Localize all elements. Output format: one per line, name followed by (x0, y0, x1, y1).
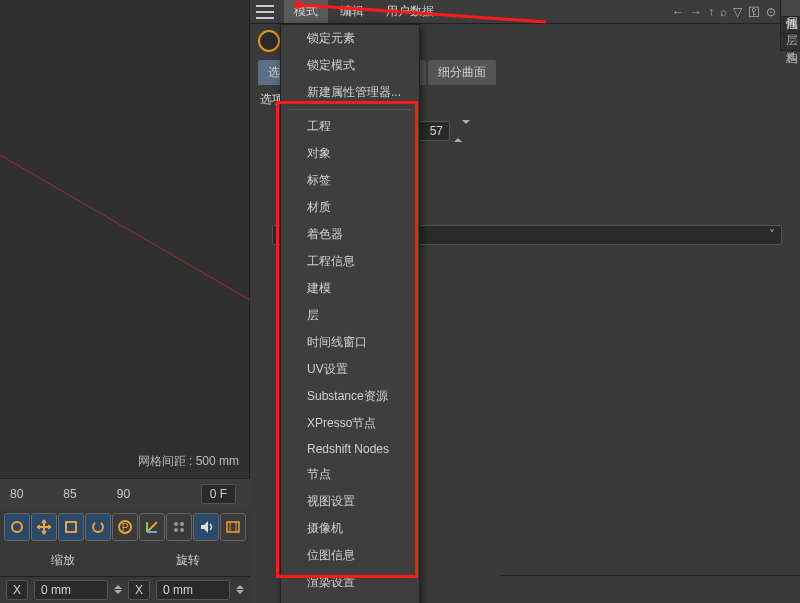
live-select-icon[interactable] (4, 513, 30, 541)
menu-camera[interactable]: 摄像机 (281, 515, 419, 542)
menu-edit[interactable]: 编辑 (330, 0, 374, 23)
funnel-icon[interactable]: ▽ (733, 5, 742, 19)
menu-uvset[interactable]: UV设置 (281, 356, 419, 383)
temperature-readout: 0 F (201, 484, 236, 504)
scale-label: 缩放 (51, 552, 75, 569)
back-arrow-icon[interactable]: ← (672, 5, 684, 19)
spinner-icon[interactable] (454, 124, 470, 138)
svg-point-11 (174, 528, 178, 532)
axis-selector[interactable]: X (128, 580, 150, 600)
menu-timeline[interactable]: 时间线窗口 (281, 329, 419, 356)
status-strip (500, 575, 800, 603)
menu-userdata[interactable]: 用户数据 (376, 0, 444, 23)
menu-substance[interactable]: Substance资源 (281, 383, 419, 410)
coord-value-0[interactable]: 0 mm (34, 580, 108, 600)
menu-tool[interactable]: 工具 (281, 596, 419, 603)
svg-rect-13 (227, 522, 239, 532)
svg-point-1 (12, 522, 22, 532)
target-icon[interactable]: ⊙ (766, 5, 776, 19)
svg-line-0 (0, 155, 250, 300)
viewport-canvas (0, 0, 250, 478)
dock-tab-structure[interactable]: 构造 (781, 34, 800, 51)
attribute-menubar: 模式 编辑 用户数据 ← → ↑ ⌕ ▽ ⚿ ⊙ ≣ (250, 0, 800, 24)
dock-tab-attributes[interactable]: 属性 (781, 0, 800, 17)
menu-mode[interactable]: 模式 (284, 0, 328, 23)
lock-icon[interactable]: ⚿ (748, 5, 760, 19)
mode-dropdown-menu: 锁定元素 锁定模式 新建属性管理器... 工程 对象 标签 材质 着色器 工程信… (280, 24, 420, 603)
menu-bitmap-info[interactable]: 位图信息 (281, 542, 419, 569)
viewport[interactable]: 网格间距 : 500 mm (0, 0, 250, 478)
menu-redshift[interactable]: Redshift Nodes (281, 437, 419, 461)
snap-icon[interactable] (166, 513, 192, 541)
menu-tag[interactable]: 标签 (281, 167, 419, 194)
move-icon[interactable] (31, 513, 57, 541)
axis-selector[interactable]: X (6, 580, 28, 600)
menu-project[interactable]: 工程 (281, 113, 419, 140)
axis-icon[interactable] (139, 513, 165, 541)
svg-point-3 (93, 522, 103, 532)
menu-shader[interactable]: 着色器 (281, 221, 419, 248)
search-icon[interactable]: ⌕ (720, 5, 727, 19)
ruler-tick: 85 (63, 487, 76, 501)
transform-labels: 缩放 旋转 (0, 548, 250, 572)
menu-lock-mode[interactable]: 锁定模式 (281, 52, 419, 79)
coord-value-1[interactable]: 0 mm (156, 580, 230, 600)
hamburger-icon[interactable] (256, 5, 274, 19)
rotate-icon[interactable] (85, 513, 111, 541)
dock-tab-layer[interactable]: 层 (781, 17, 800, 34)
spinner-icon[interactable] (236, 581, 244, 599)
timeline-ruler[interactable]: 80 85 90 0 F (0, 478, 250, 508)
sound-icon[interactable] (193, 513, 219, 541)
ruler-tick: 80 (10, 487, 23, 501)
menu-view-settings[interactable]: 视图设置 (281, 488, 419, 515)
menu-modeling[interactable]: 建模 (281, 275, 419, 302)
menu-node[interactable]: 节点 (281, 461, 419, 488)
spinner-icon[interactable] (114, 581, 122, 599)
attribute-panel: 模式 编辑 用户数据 ← → ↑ ⌕ ▽ ⚿ ⊙ ≣ 选 轴心 细分曲面 选项 … (250, 0, 800, 603)
svg-point-12 (180, 528, 184, 532)
menu-xpresso[interactable]: XPresso节点 (281, 410, 419, 437)
tool-icons-bar: P (0, 510, 250, 544)
menu-object[interactable]: 对象 (281, 140, 419, 167)
menu-lock-element[interactable]: 锁定元素 (281, 25, 419, 52)
rotate-label: 旋转 (176, 552, 200, 569)
tab-subdiv[interactable]: 细分曲面 (428, 60, 496, 85)
svg-rect-2 (66, 522, 76, 532)
forward-arrow-icon[interactable]: → (690, 5, 702, 19)
ruler-tick: 90 (117, 487, 130, 501)
svg-text:P: P (122, 522, 129, 533)
menu-render-settings[interactable]: 渲染设置 (281, 569, 419, 596)
svg-line-6 (147, 522, 157, 532)
up-arrow-icon[interactable]: ↑ (708, 5, 714, 19)
menu-project-info[interactable]: 工程信息 (281, 248, 419, 275)
menu-material[interactable]: 材质 (281, 194, 419, 221)
dock-tabs: 属性 层 构造 (780, 0, 800, 51)
tool-preview-icon (258, 30, 280, 52)
grid-spacing-label: 网格间距 : 500 mm (138, 453, 239, 470)
menu-new-attr-manager[interactable]: 新建属性管理器... (281, 79, 419, 106)
svg-point-9 (174, 522, 178, 526)
svg-point-10 (180, 522, 184, 526)
film-icon[interactable] (220, 513, 246, 541)
pivot-icon[interactable]: P (112, 513, 138, 541)
menu-separator (289, 109, 411, 110)
coord-bar: X 0 mm X 0 mm (0, 576, 250, 602)
scale-icon[interactable] (58, 513, 84, 541)
menu-layer[interactable]: 层 (281, 302, 419, 329)
